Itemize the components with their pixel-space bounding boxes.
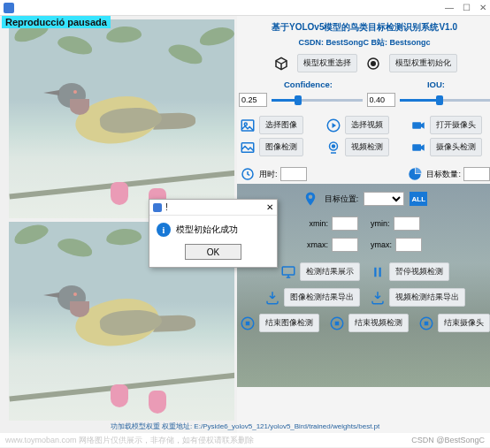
xmin-value: [332, 216, 358, 231]
ymax-label: ymax:: [371, 240, 392, 249]
dialog-message: 模型初始化成功: [176, 224, 238, 236]
export-video-button[interactable]: 视频检测结果导出: [389, 288, 465, 307]
dialog-close-button[interactable]: ✕: [266, 202, 273, 212]
count-value: [463, 167, 490, 181]
video-detect-button[interactable]: 视频检测: [345, 138, 389, 156]
open-camera-button[interactable]: 打开摄像头: [430, 116, 482, 134]
ymin-value: [394, 216, 420, 231]
piechart-icon: [406, 165, 424, 183]
play-icon: [325, 117, 342, 134]
end-camera-button[interactable]: 结束摄像头: [438, 314, 490, 332]
svg-rect-9: [413, 144, 422, 151]
export-image-button[interactable]: 图像检测结果导出: [284, 288, 360, 307]
playback-paused-badge: Reproducció pausada: [2, 16, 111, 28]
svg-rect-5: [413, 122, 422, 129]
show-result-button[interactable]: 检测结果展示: [300, 262, 360, 281]
dialog-ok-button[interactable]: OK: [185, 244, 241, 260]
page-title: 基于YOLOv5模型的鸟类目标检测识别系统V1.0: [239, 21, 490, 34]
ymax-value: [395, 238, 422, 252]
close-button[interactable]: ✕: [479, 3, 486, 12]
camcorder-icon: [410, 139, 427, 156]
end-video-button[interactable]: 结束视频检测: [348, 314, 409, 332]
svg-rect-15: [246, 321, 250, 325]
confidence-slider[interactable]: [272, 94, 363, 106]
picture-icon: [239, 139, 256, 156]
pause-video-button[interactable]: 暂停视频检测: [389, 262, 449, 281]
count-label: 目标数量:: [426, 169, 461, 180]
attribution-text: CSDN @BestSongC: [411, 436, 485, 444]
image-icon: [239, 117, 256, 134]
time-label: 用时:: [259, 169, 278, 180]
stop-icon-3: [417, 315, 435, 332]
ymin-label: ymin:: [371, 219, 390, 228]
image-detect-button[interactable]: 图像检测: [259, 138, 303, 156]
confidence-label: Confidence:: [284, 80, 333, 89]
export-image-icon: [264, 289, 281, 307]
preview-top: [9, 19, 234, 218]
select-video-button[interactable]: 选择视频: [345, 116, 389, 134]
page-subtitle: CSDN: BestSongC B站: Bestsongc: [239, 37, 490, 49]
svg-rect-13: [379, 267, 381, 277]
svg-point-1: [371, 61, 375, 65]
pause-icon: [369, 263, 387, 281]
export-video-icon: [369, 289, 387, 307]
stop-icon: [239, 315, 256, 332]
xmax-value: [332, 238, 358, 252]
iou-input[interactable]: [367, 93, 395, 107]
clock-icon: [239, 165, 256, 183]
iou-label: IOU:: [427, 80, 445, 89]
dialog-title: !: [165, 202, 168, 212]
all-badge[interactable]: ALL: [410, 192, 427, 206]
end-image-button[interactable]: 结束图像检测: [259, 314, 319, 332]
target-icon: [364, 55, 382, 72]
svg-rect-12: [374, 267, 376, 277]
xmax-label: xmax:: [307, 240, 328, 249]
position-label: 目标位置:: [325, 194, 359, 205]
camera-detect-button[interactable]: 摄像头检测: [430, 138, 482, 156]
status-footer: 功加载模型权重 权重地址: E:/Pyside6_yolov5_121/yolo…: [0, 421, 490, 431]
location-icon: [302, 190, 319, 208]
maximize-button[interactable]: ☐: [463, 3, 471, 12]
webcam-icon: [325, 139, 342, 156]
init-weights-button[interactable]: 模型权重初始化: [389, 54, 457, 72]
stop-icon-2: [328, 315, 346, 332]
svg-point-3: [244, 123, 247, 125]
select-weights-button[interactable]: 模型权重选择: [297, 54, 357, 72]
svg-rect-19: [425, 321, 429, 325]
xmin-label: xmin:: [309, 219, 328, 228]
window-titlebar: — ☐ ✕: [0, 0, 490, 16]
monitor-icon: [279, 263, 297, 281]
iou-slider[interactable]: [400, 94, 491, 106]
app-icon: [4, 3, 14, 13]
svg-rect-17: [335, 321, 340, 325]
camera-icon: [410, 117, 427, 134]
position-select[interactable]: [364, 192, 404, 206]
select-image-button[interactable]: 选择图像: [259, 116, 303, 134]
time-value: [280, 167, 307, 181]
minimize-button[interactable]: —: [445, 3, 454, 12]
cube-icon: [272, 55, 290, 72]
dialog-icon: [153, 203, 162, 212]
info-icon: i: [157, 223, 171, 237]
svg-point-8: [332, 145, 334, 148]
confidence-input[interactable]: [239, 93, 267, 107]
svg-rect-11: [282, 267, 295, 275]
info-dialog: ! ✕ i 模型初始化成功 OK: [149, 199, 278, 268]
watermark-text: www.toymoban.com 网络图片仅供展示，非存储，如有侵权请联系删除: [5, 435, 254, 446]
